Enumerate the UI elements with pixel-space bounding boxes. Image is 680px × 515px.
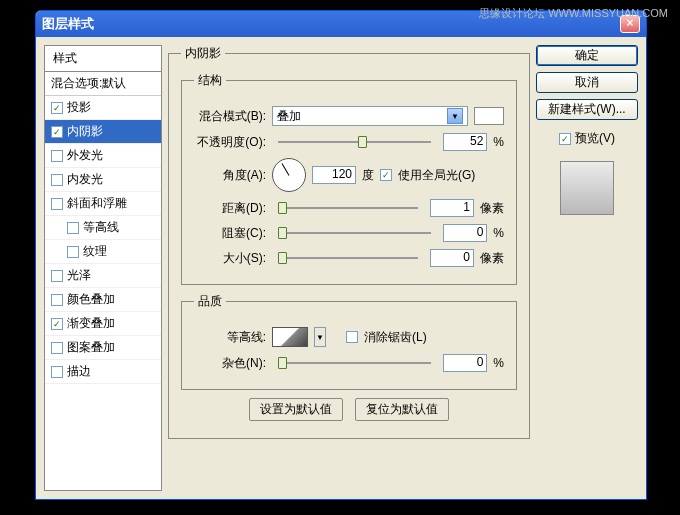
action-panel: 确定 取消 新建样式(W)... 预览(V) xyxy=(536,45,638,491)
style-item-2[interactable]: 外发光 xyxy=(45,144,161,168)
choke-unit: % xyxy=(493,226,504,240)
opacity-label: 不透明度(O): xyxy=(194,134,266,151)
style-item-label: 纹理 xyxy=(83,243,107,260)
style-checkbox[interactable] xyxy=(51,318,63,330)
style-item-label: 投影 xyxy=(67,99,91,116)
settings-panel: 内阴影 结构 混合模式(B): 叠加 ▼ 不透明度(O): xyxy=(168,45,530,491)
preview-checkbox[interactable] xyxy=(559,133,571,145)
distance-input[interactable]: 1 xyxy=(430,199,474,217)
color-swatch[interactable] xyxy=(474,107,504,125)
style-item-7[interactable]: 光泽 xyxy=(45,264,161,288)
blend-options-item[interactable]: 混合选项:默认 xyxy=(45,72,161,96)
style-checkbox[interactable] xyxy=(51,126,63,138)
style-item-label: 等高线 xyxy=(83,219,119,236)
dialog-content: 样式 混合选项:默认 投影内阴影外发光内发光斜面和浮雕等高线纹理光泽颜色叠加渐变… xyxy=(36,37,646,499)
structure-legend: 结构 xyxy=(194,72,226,89)
blend-mode-label: 混合模式(B): xyxy=(194,108,266,125)
style-item-0[interactable]: 投影 xyxy=(45,96,161,120)
ok-button[interactable]: 确定 xyxy=(536,45,638,66)
size-label: 大小(S): xyxy=(194,250,266,267)
style-item-label: 描边 xyxy=(67,363,91,380)
style-item-4[interactable]: 斜面和浮雕 xyxy=(45,192,161,216)
style-checkbox[interactable] xyxy=(67,222,79,234)
noise-label: 杂色(N): xyxy=(194,355,266,372)
distance-slider[interactable] xyxy=(278,207,418,209)
inner-shadow-fieldset: 内阴影 结构 混合模式(B): 叠加 ▼ 不透明度(O): xyxy=(168,45,530,439)
style-item-label: 渐变叠加 xyxy=(67,315,115,332)
blend-mode-value: 叠加 xyxy=(277,108,301,125)
size-slider[interactable] xyxy=(278,257,418,259)
preview-label: 预览(V) xyxy=(575,130,615,147)
noise-slider[interactable] xyxy=(278,362,431,364)
antialias-label: 消除锯齿(L) xyxy=(364,329,427,346)
opacity-slider[interactable] xyxy=(278,141,431,143)
size-unit: 像素 xyxy=(480,250,504,267)
style-checkbox[interactable] xyxy=(51,366,63,378)
style-item-label: 内发光 xyxy=(67,171,103,188)
style-checkbox[interactable] xyxy=(51,150,63,162)
watermark-text: 思缘设计论坛 WWW.MISSYUAN.COM xyxy=(479,6,668,21)
opacity-unit: % xyxy=(493,135,504,149)
style-item-label: 外发光 xyxy=(67,147,103,164)
angle-input[interactable]: 120 xyxy=(312,166,356,184)
style-checkbox[interactable] xyxy=(51,174,63,186)
angle-dial[interactable] xyxy=(272,158,306,192)
style-item-8[interactable]: 颜色叠加 xyxy=(45,288,161,312)
style-item-5[interactable]: 等高线 xyxy=(45,216,161,240)
contour-dropdown-arrow[interactable]: ▼ xyxy=(314,327,326,347)
style-checkbox[interactable] xyxy=(51,294,63,306)
style-item-1[interactable]: 内阴影 xyxy=(45,120,161,144)
style-item-label: 光泽 xyxy=(67,267,91,284)
inner-shadow-legend: 内阴影 xyxy=(181,45,225,62)
style-checkbox[interactable] xyxy=(67,246,79,258)
distance-label: 距离(D): xyxy=(194,200,266,217)
style-checkbox[interactable] xyxy=(51,342,63,354)
style-item-label: 内阴影 xyxy=(67,123,103,140)
blend-mode-dropdown[interactable]: 叠加 ▼ xyxy=(272,106,468,126)
choke-slider[interactable] xyxy=(278,232,431,234)
global-light-label: 使用全局光(G) xyxy=(398,167,475,184)
distance-unit: 像素 xyxy=(480,200,504,217)
style-checkbox[interactable] xyxy=(51,270,63,282)
style-item-10[interactable]: 图案叠加 xyxy=(45,336,161,360)
noise-unit: % xyxy=(493,356,504,370)
preview-thumbnail xyxy=(560,161,614,215)
style-item-label: 颜色叠加 xyxy=(67,291,115,308)
contour-label: 等高线: xyxy=(194,329,266,346)
style-item-3[interactable]: 内发光 xyxy=(45,168,161,192)
chevron-down-icon: ▼ xyxy=(447,108,463,124)
global-light-checkbox[interactable] xyxy=(380,169,392,181)
quality-fieldset: 品质 等高线: ▼ 消除锯齿(L) 杂色(N): 0 % xyxy=(181,293,517,390)
contour-picker[interactable] xyxy=(272,327,308,347)
styles-header[interactable]: 样式 xyxy=(45,46,161,72)
new-style-button[interactable]: 新建样式(W)... xyxy=(536,99,638,120)
size-input[interactable]: 0 xyxy=(430,249,474,267)
structure-fieldset: 结构 混合模式(B): 叠加 ▼ 不透明度(O): 52 % xyxy=(181,72,517,285)
cancel-button[interactable]: 取消 xyxy=(536,72,638,93)
style-item-label: 斜面和浮雕 xyxy=(67,195,127,212)
style-checkbox[interactable] xyxy=(51,102,63,114)
antialias-checkbox[interactable] xyxy=(346,331,358,343)
layer-style-dialog: 图层样式 × 样式 混合选项:默认 投影内阴影外发光内发光斜面和浮雕等高线纹理光… xyxy=(35,10,647,500)
quality-legend: 品质 xyxy=(194,293,226,310)
reset-default-button[interactable]: 复位为默认值 xyxy=(355,398,449,421)
style-item-6[interactable]: 纹理 xyxy=(45,240,161,264)
opacity-input[interactable]: 52 xyxy=(443,133,487,151)
noise-input[interactable]: 0 xyxy=(443,354,487,372)
set-default-button[interactable]: 设置为默认值 xyxy=(249,398,343,421)
style-item-label: 图案叠加 xyxy=(67,339,115,356)
style-item-11[interactable]: 描边 xyxy=(45,360,161,384)
choke-input[interactable]: 0 xyxy=(443,224,487,242)
style-item-9[interactable]: 渐变叠加 xyxy=(45,312,161,336)
angle-unit: 度 xyxy=(362,167,374,184)
window-title: 图层样式 xyxy=(42,15,94,33)
styles-list: 样式 混合选项:默认 投影内阴影外发光内发光斜面和浮雕等高线纹理光泽颜色叠加渐变… xyxy=(44,45,162,491)
choke-label: 阻塞(C): xyxy=(194,225,266,242)
angle-label: 角度(A): xyxy=(194,167,266,184)
style-checkbox[interactable] xyxy=(51,198,63,210)
